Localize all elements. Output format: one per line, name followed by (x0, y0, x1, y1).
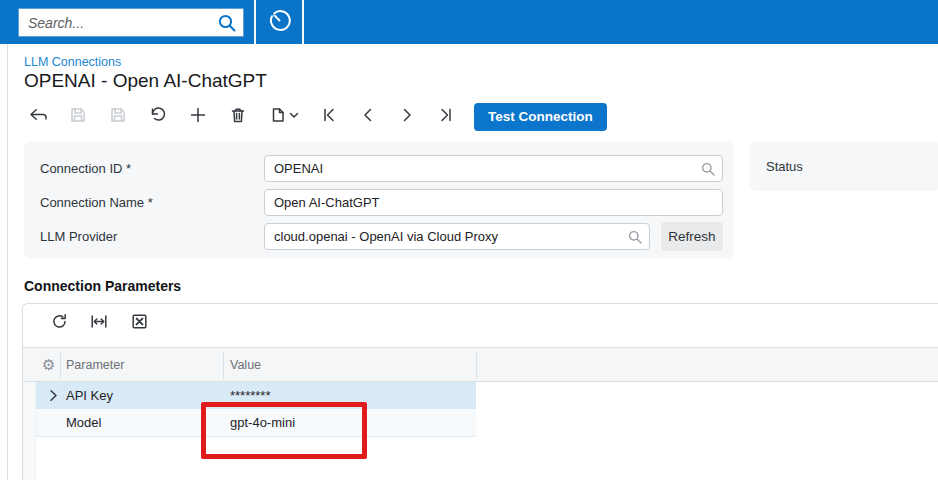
test-connection-button[interactable]: Test Connection (474, 103, 607, 131)
parameter-cell: API Key (66, 382, 113, 409)
value-cell: ******** (230, 382, 270, 409)
previous-record-button[interactable] (354, 103, 382, 131)
clipboard-menu-button[interactable] (264, 103, 304, 131)
clock-icon (266, 7, 293, 37)
page-title: OPENAI - Open AI-ChatGPT (24, 70, 267, 92)
search-icon[interactable] (216, 12, 238, 34)
fit-to-width-icon (89, 312, 109, 334)
last-record-icon (436, 105, 456, 128)
excel-export-icon (130, 312, 149, 334)
grid-header-row: ⚙ Parameter Value (23, 347, 938, 382)
refresh-button[interactable]: Refresh (661, 222, 723, 251)
llm-connections-screen: LLM Connections OPENAI - Open AI-ChatGPT (0, 0, 938, 480)
llm-provider-input[interactable] (264, 223, 650, 250)
column-divider (60, 352, 61, 379)
top-navigation-bar (0, 0, 938, 44)
connection-id-row: Connection ID * (24, 155, 734, 182)
first-record-icon (319, 105, 339, 128)
refresh-icon (50, 312, 69, 334)
grid-row-gutter (23, 382, 36, 480)
grid-row-api-key[interactable]: API Key ******** (36, 382, 476, 409)
connection-form-panel: Connection ID * Connection Name * LLM Pr… (24, 142, 734, 258)
grid-row-model[interactable]: Model gpt-4o-mini (36, 409, 476, 437)
back-button[interactable] (24, 103, 52, 131)
back-arrow-icon (27, 105, 49, 128)
connection-name-field (264, 189, 723, 216)
topbar-divider (302, 0, 304, 44)
column-divider (223, 352, 224, 379)
clipboard-icon (268, 105, 288, 128)
business-date-clock-button[interactable] (256, 0, 302, 44)
first-record-button[interactable] (315, 103, 343, 131)
chevron-right-icon (397, 105, 417, 128)
save-and-close-button[interactable] (64, 103, 92, 131)
content-left-divider (7, 44, 8, 480)
llm-provider-field (264, 223, 650, 250)
last-record-button[interactable] (432, 103, 460, 131)
connection-id-label: Connection ID * (40, 161, 131, 176)
connection-name-input[interactable] (264, 189, 723, 216)
undo-button[interactable] (144, 103, 172, 131)
magnifier-lookup-icon[interactable] (627, 229, 643, 245)
fit-to-width-button[interactable] (89, 313, 109, 333)
connection-parameters-title: Connection Parameters (24, 278, 181, 294)
status-panel: Status (750, 142, 938, 191)
parameters-grid: ⚙ Parameter Value API Key ******** Model… (22, 303, 938, 480)
delete-record-button[interactable] (224, 103, 252, 131)
llm-provider-row: LLM Provider Refresh (24, 223, 734, 250)
connection-id-field (264, 155, 723, 182)
save-icon (108, 105, 128, 128)
column-divider (476, 352, 477, 379)
search-input[interactable] (18, 8, 244, 37)
value-cell: gpt-4o-mini (230, 409, 295, 436)
parameter-cell: Model (66, 409, 101, 436)
grid-toolbar (49, 313, 169, 333)
add-record-button[interactable] (184, 103, 212, 131)
global-search (18, 8, 244, 37)
connection-name-label: Connection Name * (40, 195, 153, 210)
chevron-down-icon (288, 105, 300, 128)
connection-name-row: Connection Name * (24, 189, 734, 216)
connection-id-input[interactable] (264, 155, 723, 182)
magnifier-lookup-icon[interactable] (700, 161, 716, 177)
llm-provider-label: LLM Provider (40, 229, 117, 244)
undo-icon (148, 105, 168, 128)
breadcrumb-llm-connections[interactable]: LLM Connections (24, 55, 121, 69)
column-settings-gear-icon[interactable]: ⚙ (42, 356, 55, 374)
column-header-parameter[interactable]: Parameter (66, 358, 124, 372)
status-label: Status (766, 159, 803, 174)
save-and-close-icon (68, 105, 88, 128)
expand-chevron-icon[interactable] (45, 387, 62, 404)
trash-icon (228, 105, 248, 128)
record-toolbar: Test Connection (24, 101, 607, 132)
chevron-left-icon (358, 105, 378, 128)
column-header-value[interactable]: Value (230, 358, 261, 372)
export-to-excel-button[interactable] (129, 313, 149, 333)
save-button[interactable] (104, 103, 132, 131)
plus-icon (188, 105, 208, 128)
next-record-button[interactable] (393, 103, 421, 131)
grid-refresh-button[interactable] (49, 313, 69, 333)
